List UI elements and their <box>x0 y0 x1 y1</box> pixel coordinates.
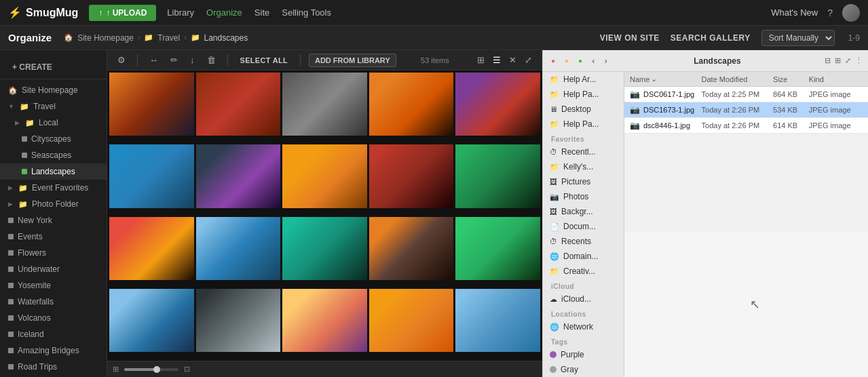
sidebar-item-travel[interactable]: ▼ 📁 Travel <box>0 98 107 115</box>
photo-cell[interactable] <box>369 73 454 136</box>
file-item[interactable]: 📷 DSC0617-1.jpg Today at 2:25 PM 864 KB … <box>624 87 868 102</box>
sidebar-item-landscapes[interactable]: Landscapes <box>0 163 107 180</box>
fp-traffic-green[interactable]: ● <box>575 56 585 66</box>
photo-cell[interactable] <box>196 73 281 136</box>
create-button[interactable]: + CREATE <box>4 58 60 76</box>
photo-cell[interactable] <box>196 144 281 207</box>
fp-photos[interactable]: 📷 Photos <box>543 189 624 204</box>
whats-new-button[interactable]: What's New <box>771 7 818 18</box>
nav-library[interactable]: Library <box>167 7 194 18</box>
select-all-button[interactable]: SELECT ALL <box>236 54 292 66</box>
move-button[interactable]: ↔ <box>146 53 162 67</box>
sidebar-item-volcanos[interactable]: Volcanos <box>0 310 107 326</box>
fp-recents[interactable]: ⏱ Recentl... <box>543 144 624 159</box>
breadcrumb-travel[interactable]: Travel <box>157 33 180 43</box>
photo-cell[interactable] <box>282 217 367 280</box>
col-size[interactable]: Size <box>773 75 809 83</box>
photo-cell[interactable] <box>369 289 454 352</box>
photo-cell[interactable] <box>369 217 454 280</box>
photo-cell[interactable] <box>109 73 194 136</box>
photo-cell[interactable] <box>455 73 540 136</box>
photo-cell[interactable] <box>196 217 281 280</box>
edit-button[interactable]: ✏ <box>167 53 181 67</box>
sidebar-item-waterfalls[interactable]: Waterfalls <box>0 294 107 310</box>
expand-view-button[interactable]: ⤢ <box>521 53 535 67</box>
fp-creative[interactable]: 📁 Creativ... <box>543 264 624 279</box>
grid-icon[interactable]: ⊞ <box>113 365 119 374</box>
fp-sidebar-item[interactable]: 📁 Help Pa... <box>543 117 624 132</box>
photo-cell[interactable] <box>109 217 194 280</box>
fp-recents-2[interactable]: ⏱ Recents <box>543 234 624 249</box>
fp-view-options-button[interactable]: ⊟ <box>825 56 831 65</box>
fp-sidebar-item[interactable]: 📁 Help Pa... <box>543 87 624 102</box>
size-slider[interactable] <box>124 368 178 371</box>
fp-documents[interactable]: 📄 Docum... <box>543 219 624 234</box>
photo-cell[interactable] <box>455 289 540 352</box>
photo-cell[interactable] <box>369 144 454 207</box>
fp-sidebar-item-desktop[interactable]: 🖥 Desktop <box>543 102 624 117</box>
sidebar-item-iceland[interactable]: Iceland <box>0 326 107 342</box>
fp-network[interactable]: 🌐 Network <box>543 319 624 334</box>
fp-tag-gray[interactable]: Gray <box>543 362 624 377</box>
sidebar-item-photo-folder[interactable]: ▶ 📁 Photo Folder <box>0 196 107 212</box>
sidebar-item-site-homepage[interactable]: 🏠 Site Homepage <box>0 82 107 98</box>
fp-tag-purple[interactable]: Purple <box>543 347 624 362</box>
photo-cell[interactable] <box>282 144 367 207</box>
sidebar-item-seascapes[interactable]: Seascapes <box>0 147 107 163</box>
fp-pictures[interactable]: 🖼 Pictures <box>543 174 624 189</box>
list-view-button[interactable]: ☰ <box>489 53 504 67</box>
avatar[interactable] <box>842 4 860 22</box>
fp-action-button[interactable]: ⋮ <box>855 56 863 65</box>
add-from-library-button[interactable]: ADD FROM LIBRARY <box>309 54 396 67</box>
fp-back-button[interactable]: ‹ <box>589 54 597 67</box>
fp-traffic-yellow[interactable]: ● <box>562 56 571 66</box>
nav-organize[interactable]: Organize <box>206 7 242 18</box>
col-kind[interactable]: Kind <box>809 75 863 83</box>
help-icon[interactable]: ? <box>827 7 833 18</box>
download-button[interactable]: ↓ <box>187 53 198 67</box>
photo-cell[interactable] <box>282 73 367 136</box>
sidebar-item-cityscapes[interactable]: Cityscapes <box>0 131 107 147</box>
close-view-button[interactable]: ✕ <box>506 53 520 67</box>
view-on-site-button[interactable]: VIEW ON SITE <box>600 33 660 43</box>
photo-cell[interactable] <box>455 217 540 280</box>
sidebar-item-event-favorites[interactable]: ▶ 📁 Event Favorites <box>0 180 107 196</box>
fp-forward-button[interactable]: › <box>601 54 609 67</box>
sidebar-item-underwater[interactable]: Underwater <box>0 261 107 277</box>
col-date[interactable]: Date Modified <box>702 75 774 83</box>
fp-arrange-button[interactable]: ⊞ <box>835 56 841 65</box>
sidebar-item-new-york[interactable]: New York <box>0 212 107 229</box>
fp-sidebar-item[interactable]: 📁 Help Ar... <box>543 72 624 87</box>
delete-button[interactable]: 🗑 <box>204 53 219 67</box>
file-item-selected[interactable]: 📷 DSC1673-1.jpg Today at 2:26 PM 534 KB … <box>624 102 868 118</box>
grid-view-button[interactable]: ⊞ <box>474 53 488 67</box>
breadcrumb-home[interactable]: Site Homepage <box>77 33 134 43</box>
upload-button[interactable]: ↑ ↑ UPLOAD <box>89 5 156 21</box>
expand-icon[interactable]: ⊡ <box>184 365 190 374</box>
sidebar-item-amazing-bridges[interactable]: Amazing Bridges <box>0 342 107 359</box>
search-gallery-button[interactable]: SEARCH GALLERY <box>671 33 751 43</box>
fp-background[interactable]: 🖼 Backgr... <box>543 204 624 219</box>
photo-cell[interactable] <box>109 289 194 352</box>
settings-button[interactable]: ⚙ <box>114 53 129 67</box>
sidebar-item-yosemite[interactable]: Yosemite <box>0 277 107 294</box>
nav-selling-tools[interactable]: Selling Tools <box>282 7 331 18</box>
sidebar-item-flowers[interactable]: Flowers <box>0 245 107 261</box>
logo[interactable]: ⚡ SmugMug <box>8 6 78 19</box>
fp-share-button[interactable]: ⤢ <box>845 56 851 65</box>
fp-kellys[interactable]: 📁 Kelly's... <box>543 159 624 174</box>
photo-cell[interactable] <box>455 144 540 207</box>
fp-traffic-red[interactable]: ● <box>548 56 558 66</box>
file-item[interactable]: 📷 dsc8446-1.jpg Today at 2:26 PM 614 KB … <box>624 118 868 134</box>
col-name[interactable]: Name ⌄ <box>630 75 702 83</box>
photo-cell[interactable] <box>282 289 367 352</box>
fp-icloud[interactable]: ☁ iCloud... <box>543 292 624 306</box>
sidebar-item-road-trips[interactable]: Road Trips <box>0 359 107 375</box>
sidebar-item-local[interactable]: ▶ 📁 Local <box>0 115 107 131</box>
photo-cell[interactable] <box>109 144 194 207</box>
sort-dropdown[interactable]: Sort Manually <box>761 30 835 46</box>
nav-site[interactable]: Site <box>254 7 269 18</box>
sidebar-item-events[interactable]: Events <box>0 229 107 245</box>
photo-cell[interactable] <box>196 289 281 352</box>
fp-domain[interactable]: 🌐 Domain... <box>543 249 624 264</box>
